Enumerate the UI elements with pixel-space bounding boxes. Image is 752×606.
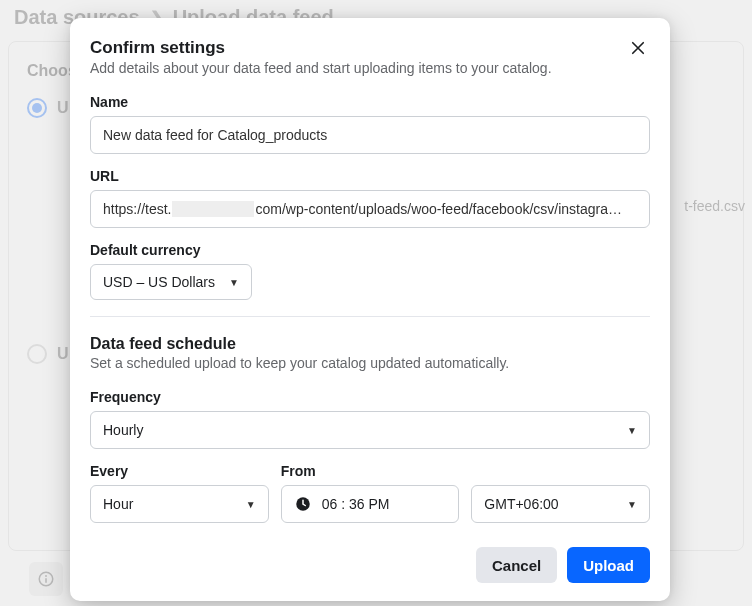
caret-down-icon: ▼ (627, 499, 637, 510)
svg-point-1 (45, 575, 47, 577)
frequency-select[interactable]: Hourly ▼ (90, 411, 650, 449)
clock-icon (294, 495, 312, 513)
confirm-settings-modal: Confirm settings Add details about your … (70, 18, 670, 601)
name-input[interactable]: New data feed for Catalog_products (90, 116, 650, 154)
info-button[interactable] (29, 562, 63, 596)
timezone-label (471, 463, 650, 479)
caret-down-icon: ▼ (229, 277, 239, 288)
url-suffix: com/wp-content/uploads/woo-feed/facebook… (255, 201, 622, 217)
name-label: Name (90, 94, 650, 110)
caret-down-icon: ▼ (627, 425, 637, 436)
from-label: From (281, 463, 460, 479)
close-button[interactable] (626, 36, 650, 60)
radio-unselected-icon (27, 344, 47, 364)
every-value: Hour (103, 496, 133, 512)
divider (90, 316, 650, 317)
frequency-label: Frequency (90, 389, 650, 405)
file-name-fragment: t-feed.csv (684, 198, 745, 214)
currency-select[interactable]: USD – US Dollars ▼ (90, 264, 252, 300)
url-label: URL (90, 168, 650, 184)
modal-subtitle: Add details about your data feed and sta… (90, 60, 552, 76)
close-icon (629, 39, 647, 57)
svg-rect-2 (45, 578, 47, 583)
every-select[interactable]: Hour ▼ (90, 485, 269, 523)
from-time-input[interactable]: 06 : 36 PM (281, 485, 460, 523)
url-input[interactable]: https://test. com/wp-content/uploads/woo… (90, 190, 650, 228)
currency-value: USD – US Dollars (103, 274, 215, 290)
frequency-value: Hourly (103, 422, 143, 438)
cancel-button[interactable]: Cancel (476, 547, 557, 583)
timezone-select[interactable]: GMT+06:00 ▼ (471, 485, 650, 523)
schedule-title: Data feed schedule (90, 335, 650, 353)
radio-option-2-label: U (57, 345, 69, 363)
url-prefix: https://test. (103, 201, 171, 217)
currency-label: Default currency (90, 242, 650, 258)
radio-option-1-label: U (57, 99, 69, 117)
upload-button[interactable]: Upload (567, 547, 650, 583)
caret-down-icon: ▼ (246, 499, 256, 510)
schedule-subtitle: Set a scheduled upload to keep your cata… (90, 355, 650, 371)
modal-title: Confirm settings (90, 38, 552, 58)
timezone-value: GMT+06:00 (484, 496, 558, 512)
radio-selected-icon (27, 98, 47, 118)
from-time-value: 06 : 36 PM (322, 496, 390, 512)
every-label: Every (90, 463, 269, 479)
url-redacted (172, 201, 254, 217)
info-icon (37, 570, 55, 588)
